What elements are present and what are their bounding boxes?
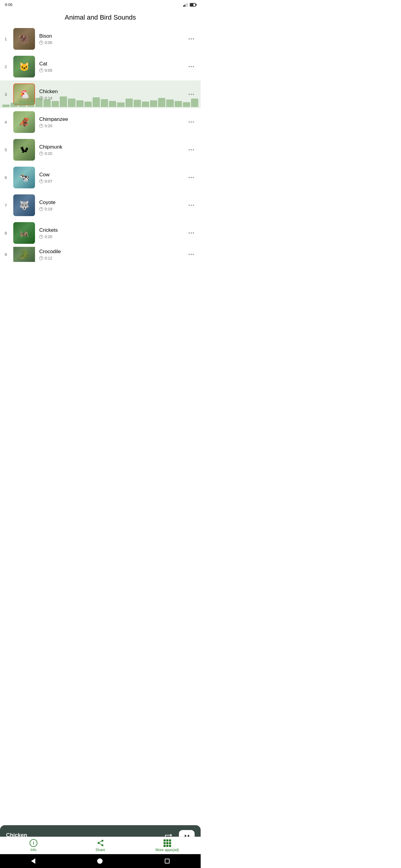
- item-number: 4: [2, 120, 9, 124]
- more-button[interactable]: [186, 36, 196, 42]
- list-item[interactable]: 3 🐔 Chicken 0:14: [0, 81, 201, 108]
- svg-rect-3: [187, 3, 188, 7]
- status-bar: 9:06: [0, 0, 201, 8]
- item-info: Cat 0:05: [39, 61, 186, 73]
- status-icons: [183, 3, 196, 7]
- item-number: 6: [2, 176, 9, 180]
- item-thumbnail: 🐺: [13, 194, 35, 216]
- item-thumbnail: 🦧: [13, 111, 35, 133]
- item-name: Crickets: [39, 227, 186, 233]
- more-button[interactable]: [186, 251, 196, 257]
- item-thumbnail: 🐄: [13, 167, 35, 188]
- item-duration: 0:05: [39, 68, 186, 73]
- item-duration: 0:20: [39, 124, 186, 128]
- item-name: Cow: [39, 172, 186, 178]
- svg-rect-0: [183, 5, 184, 7]
- item-info: Coyote 0:19: [39, 199, 186, 211]
- duration-text: 0:19: [45, 207, 52, 211]
- duration-text: 0:05: [45, 40, 52, 45]
- item-name: Crocodile: [39, 249, 186, 255]
- item-thumbnail: 🐱: [13, 56, 35, 78]
- item-number: 5: [2, 148, 9, 152]
- item-info: Bison 0:05: [39, 33, 186, 45]
- item-info: Cow 0:07: [39, 172, 186, 184]
- svg-rect-2: [185, 4, 187, 7]
- item-name: Bison: [39, 33, 186, 39]
- item-thumbnail: 🐿: [13, 139, 35, 161]
- status-time: 9:06: [5, 2, 12, 7]
- list-item[interactable]: 1 🦬 Bison 0:05: [0, 25, 201, 53]
- item-info: Chicken 0:14: [39, 89, 186, 100]
- item-number: 9: [2, 252, 9, 257]
- item-thumbnail: 🐊: [13, 247, 35, 262]
- item-duration: 0:14: [39, 96, 186, 100]
- item-name: Coyote: [39, 199, 186, 206]
- item-name: Cat: [39, 61, 186, 67]
- duration-text: 0:07: [45, 179, 52, 184]
- svg-rect-1: [184, 4, 185, 7]
- item-name: Chimpanzee: [39, 116, 186, 122]
- clock-icon: [39, 152, 43, 156]
- clock-icon: [39, 41, 43, 44]
- list-item[interactable]: 8 🦗 Crickets 0:20: [0, 219, 201, 247]
- duration-text: 0:14: [45, 96, 52, 100]
- item-info: Chipmunk 0:20: [39, 144, 186, 156]
- item-info: Crocodile 0:12: [39, 249, 186, 260]
- list-item[interactable]: 6 🐄 Cow 0:07: [0, 164, 201, 191]
- more-button[interactable]: [186, 230, 196, 236]
- signal-icon: [183, 3, 188, 7]
- clock-icon: [39, 179, 43, 183]
- duration-text: 0:20: [45, 151, 52, 156]
- list-item[interactable]: 5 🐿 Chipmunk 0:20: [0, 136, 201, 164]
- list-item[interactable]: 7 🐺 Coyote 0:19: [0, 191, 201, 219]
- item-duration: 0:20: [39, 235, 186, 239]
- item-duration: 0:05: [39, 40, 186, 45]
- item-thumbnail: 🦬: [13, 28, 35, 50]
- item-name: Chicken: [39, 89, 186, 95]
- item-duration: 0:19: [39, 207, 186, 211]
- list-item[interactable]: 4 🦧 Chimpanzee 0:20: [0, 108, 201, 136]
- item-number: 7: [2, 203, 9, 208]
- item-number: 3: [2, 92, 9, 97]
- duration-text: 0:12: [45, 256, 52, 260]
- item-number: 2: [2, 64, 9, 69]
- item-thumbnail: 🐔: [13, 84, 35, 105]
- animal-list: 1 🦬 Bison 0:05 2 🐱 Cat: [0, 25, 201, 262]
- clock-icon: [39, 96, 43, 100]
- more-button[interactable]: [186, 64, 196, 70]
- more-button[interactable]: [186, 147, 196, 153]
- clock-icon: [39, 68, 43, 72]
- duration-text: 0:20: [45, 235, 52, 239]
- clock-icon: [39, 207, 43, 211]
- item-duration: 0:07: [39, 179, 186, 184]
- clock-icon: [39, 124, 43, 128]
- more-button[interactable]: [186, 119, 196, 125]
- clock-icon: [39, 256, 43, 260]
- item-duration: 0:12: [39, 256, 186, 260]
- item-info: Crickets 0:20: [39, 227, 186, 239]
- more-button[interactable]: [186, 91, 196, 97]
- item-thumbnail: 🦗: [13, 222, 35, 244]
- item-number: 8: [2, 231, 9, 236]
- clock-icon: [39, 235, 43, 239]
- list-item[interactable]: 9 🐊 Crocodile 0:12: [0, 247, 201, 262]
- duration-text: 0:20: [45, 124, 52, 128]
- item-name: Chipmunk: [39, 144, 186, 150]
- item-number: 1: [2, 37, 9, 41]
- item-duration: 0:20: [39, 151, 186, 156]
- more-button[interactable]: [186, 202, 196, 208]
- duration-text: 0:05: [45, 68, 52, 73]
- battery-icon: [190, 3, 196, 7]
- page-title: Animal and Bird Sounds: [0, 8, 201, 25]
- more-button[interactable]: [186, 175, 196, 181]
- item-info: Chimpanzee 0:20: [39, 116, 186, 128]
- list-item[interactable]: 2 🐱 Cat 0:05: [0, 53, 201, 81]
